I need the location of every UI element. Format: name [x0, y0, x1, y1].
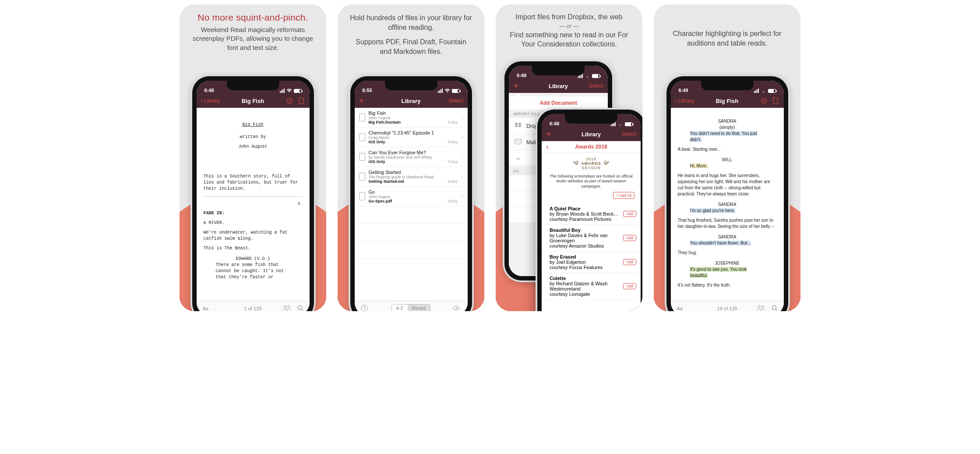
- document-icon: [359, 173, 365, 181]
- item-title: Big Fish: [369, 110, 458, 116]
- award-title: A Quiet Place: [550, 206, 620, 211]
- pane-2-subtitle: Supports PDF, Final Draft, Fountain and …: [338, 32, 484, 56]
- reader-toolbar: Aa 1 of 129: [197, 301, 310, 311]
- target-icon[interactable]: [760, 97, 768, 105]
- navbar-title: Library: [401, 98, 420, 104]
- add-button[interactable]: Add: [623, 283, 636, 289]
- characters-icon[interactable]: [757, 305, 765, 312]
- svg-point-3: [287, 305, 289, 308]
- select-button[interactable]: Select: [622, 131, 636, 137]
- action-hug-2: They hug.: [678, 250, 777, 256]
- pane-3-or: — or —: [559, 22, 579, 30]
- library-item[interactable]: Chernobyl "1:23:45" Episode 1 Craig Mazi…: [355, 128, 468, 147]
- chevron-right-icon: ›: [462, 134, 463, 140]
- cue-sandra-1: SANDRA: [678, 118, 777, 124]
- svg-line-16: [776, 309, 777, 311]
- search-icon[interactable]: [297, 305, 303, 312]
- battery-icon: [452, 89, 460, 93]
- sort-recent[interactable]: Recent: [408, 305, 430, 311]
- author-name: John August: [204, 144, 303, 150]
- add-button[interactable]: +: [513, 84, 518, 88]
- sort-segment[interactable]: A-Z Recent: [391, 304, 431, 311]
- dialogue-sandra-2: I'm so glad you're here.: [690, 208, 735, 213]
- award-item[interactable]: Colette by Richard Glatzer & Wash Westmo…: [542, 273, 641, 300]
- dialogue-josephine: It's good to see you. You look beautiful…: [690, 267, 747, 278]
- navbar: + Library Select: [509, 79, 608, 93]
- back-button[interactable]: ‹ Library: [201, 98, 220, 104]
- laurel-right-icon: ༄: [604, 158, 609, 170]
- battery-icon: [768, 89, 776, 93]
- document-icon[interactable]: [297, 97, 305, 105]
- library-toolbar: ? A-Z Recent: [355, 301, 468, 311]
- dialogue-line: There are some fish that cannot be caugh…: [216, 262, 290, 280]
- document-icon: [359, 114, 365, 121]
- item-filename: iOS Only: [369, 160, 458, 164]
- svg-point-14: [761, 305, 764, 308]
- mail-icon: [514, 139, 522, 145]
- sort-az[interactable]: A-Z: [392, 305, 408, 311]
- character-cue: EDWARD (V.O.): [204, 256, 303, 262]
- cloud-delete-icon[interactable]: [453, 305, 462, 312]
- notch: [532, 66, 585, 75]
- wifi-icon: [617, 122, 623, 126]
- font-button[interactable]: Aa: [203, 306, 208, 311]
- awards-content[interactable]: ‹ Awards 2018 ༄ 2018 AWARDS SEASON ༄ The…: [542, 141, 641, 311]
- add-button[interactable]: Add: [623, 211, 636, 217]
- add-all-button[interactable]: + Add All: [613, 192, 635, 199]
- battery-icon: [625, 122, 633, 126]
- award-item[interactable]: A Quiet Place by Bryan Woods & Scott Bec…: [542, 203, 641, 225]
- screenplay-highlighted[interactable]: SANDRA (simply) You didn't need to do th…: [671, 108, 784, 301]
- help-icon[interactable]: ?: [361, 305, 368, 312]
- add-button[interactable]: +: [546, 132, 551, 136]
- status-time: 6:48: [204, 88, 214, 93]
- award-author: by Bryan Woods & Scott Beck and John Kra…: [550, 211, 620, 216]
- item-filename: iOS Only: [369, 140, 458, 144]
- navbar-title: Library: [549, 83, 568, 89]
- target-icon[interactable]: [286, 97, 294, 105]
- chevron-right-icon: ›: [462, 154, 463, 160]
- award-item[interactable]: Boy Erased by Joel Edgerton courtesy Foc…: [542, 252, 641, 273]
- library-item[interactable]: Go John August Go-Spec.pdf Today ›: [355, 187, 468, 206]
- select-button[interactable]: Select: [448, 98, 463, 104]
- phone-mockup-3b: 6:48 + Library Select ‹ Awards 2018: [537, 110, 642, 311]
- svg-point-1: [289, 100, 291, 102]
- award-item[interactable]: Beautiful Boy by Luke Davies & Felix van…: [542, 225, 641, 252]
- add-button[interactable]: +: [359, 99, 364, 103]
- fade-in: FADE IN:: [204, 210, 303, 216]
- promo-pane-3: Import files from Dropbox, the web — or …: [496, 4, 642, 311]
- item-title: Chernobyl "1:23:45" Episode 1: [369, 130, 458, 135]
- document-icon: [359, 153, 365, 161]
- page-number: 2.: [204, 201, 303, 207]
- font-button[interactable]: Aa: [677, 306, 683, 311]
- status-icons: [754, 89, 776, 93]
- search-icon[interactable]: [772, 305, 778, 312]
- item-title: Can You Ever Forgive Me?: [369, 150, 458, 155]
- characters-icon[interactable]: [282, 305, 291, 312]
- status-time: 6:48: [550, 121, 559, 126]
- library-item[interactable]: Getting Started The fingertip guide to W…: [355, 167, 468, 187]
- chevron-right-icon: ›: [462, 174, 463, 180]
- promo-pane-4: Character highlighting is perfect for au…: [654, 4, 800, 311]
- back-button[interactable]: ‹ Library: [675, 98, 694, 104]
- cue-will: WILL: [678, 157, 777, 163]
- cue-sandra-3: SANDRA: [678, 234, 777, 240]
- screenplay-content[interactable]: Big Fish written by John August This is …: [197, 108, 310, 301]
- award-author: by Luke Davies & Felix van Groeningen: [550, 233, 620, 243]
- chevron-right-icon: ›: [462, 114, 463, 121]
- wifi-icon: [585, 74, 590, 78]
- navbar: + Library Select: [355, 94, 468, 108]
- library-item[interactable]: Can You Ever Forgive Me? by Nicole Holof…: [355, 147, 468, 167]
- library-item-empty: [355, 241, 468, 259]
- signal-icon: [438, 89, 443, 93]
- pane-1-title: No more squint-and-pinch.: [188, 4, 317, 25]
- back-chevron-icon[interactable]: ‹: [546, 142, 549, 152]
- library-list[interactable]: Big Fish John August Big Fish.fountain T…: [355, 108, 468, 301]
- dialogue-will: Hi, Mom.: [690, 163, 708, 168]
- select-button[interactable]: Select: [589, 83, 603, 89]
- document-icon: [359, 192, 365, 200]
- laurel-badge: ༄ 2018 AWARDS SEASON ༄: [548, 157, 635, 170]
- add-button[interactable]: Add: [623, 235, 636, 241]
- document-icon[interactable]: [772, 97, 779, 105]
- library-item[interactable]: Big Fish John August Big Fish.fountain T…: [355, 108, 468, 128]
- add-button[interactable]: Add: [623, 259, 636, 265]
